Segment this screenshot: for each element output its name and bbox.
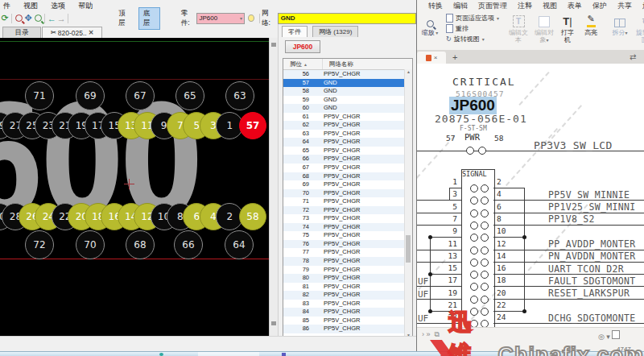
table-row[interactable]: 80PP5V_CHGR (283, 274, 412, 283)
zoom-button[interactable]: 缩放 ▾ (419, 14, 440, 36)
board-canvas[interactable]: 600 716967656329272523211917151311975315… (0, 38, 269, 336)
cell-pin: 80 (283, 274, 314, 283)
list-scrollbar[interactable]: ▲ ▼ (404, 69, 412, 337)
refresh-icon[interactable]: ⟳ (0, 13, 10, 23)
table-row[interactable]: 84PP5V_CHGR (283, 308, 412, 317)
pad-66[interactable]: 66 (174, 230, 203, 259)
part-name-button[interactable]: JP600 (285, 40, 320, 53)
table-row[interactable]: 86PP5V_CHGR (283, 325, 412, 333)
table-row[interactable]: 61PP5V_CHGR (283, 113, 412, 122)
table-row[interactable]: 73PP5V_CHGR (283, 214, 412, 223)
cell-net: PP5V_CHGR (314, 317, 360, 325)
pad-71[interactable]: 71 (25, 81, 54, 110)
pad-63[interactable]: 63 (225, 81, 254, 110)
pdf-tabbar: × + ⇄ (417, 50, 644, 64)
table-row[interactable]: 65PP5V_CHGR (283, 147, 412, 155)
table-row[interactable]: 70PP5V_CHGR (283, 189, 412, 198)
bulb-icon[interactable] (248, 14, 254, 22)
board-vertical-scrollbar[interactable] (269, 38, 278, 336)
table-row[interactable]: 78PP5V_CHGR (283, 257, 412, 266)
tab-board-file[interactable]: ✂ 820-025.. ✕ (42, 27, 102, 38)
sort-asc-icon: ▲ (303, 62, 308, 67)
split-button[interactable]: 拆分▾ (609, 14, 630, 36)
zoom-out-icon[interactable] (14, 13, 23, 23)
pad-72[interactable]: 72 (25, 230, 54, 259)
taskbar-app-icon[interactable] (159, 353, 163, 356)
pad-68[interactable]: 68 (126, 230, 155, 259)
scroll-thumb[interactable] (406, 235, 411, 263)
col-net: 网络名称 (323, 59, 412, 69)
table-row[interactable]: 72PP5V_CHGR (283, 206, 412, 215)
pad-58[interactable]: 58 (239, 203, 266, 230)
tab-nets[interactable]: 网络 (1329) (312, 26, 358, 37)
table-row[interactable]: 81PP5V_CHGR (283, 283, 412, 292)
table-row[interactable]: 79PP5V_CHGR (283, 266, 412, 275)
table-row[interactable]: 71PP5V_CHGR (283, 197, 412, 206)
table-row[interactable]: 69PP5V_CHGR (283, 180, 412, 189)
signal-label: SIGNAL (462, 170, 487, 178)
pad-65[interactable]: 65 (175, 81, 204, 110)
part-combo[interactable]: JP600 ▾ (196, 13, 245, 24)
cell-net: PP5V_CHGR (314, 266, 360, 275)
cell-net: PP5V_CHGR (314, 257, 360, 266)
table-row[interactable]: 67PP5V_CHGR (283, 164, 412, 172)
table-row[interactable]: 57GND (283, 79, 412, 88)
pad-57[interactable]: 57 (239, 112, 266, 139)
pin-number: 7 (441, 214, 457, 223)
fit-screen-icon[interactable]: ✥ (23, 13, 33, 23)
pad-67[interactable]: 67 (126, 81, 155, 110)
edit-object-button[interactable]: 编辑对象▾ (534, 14, 555, 43)
forward-arrow-icon[interactable]: → (56, 13, 66, 23)
close-icon[interactable]: × (434, 54, 438, 61)
pdf-file-icon (426, 55, 431, 61)
table-row[interactable]: 59GND (283, 96, 412, 105)
new-tab-button[interactable]: + (452, 52, 457, 62)
zoom-in-icon[interactable] (33, 13, 43, 23)
fit-options-button[interactable]: 页面适应选项▾ (446, 14, 499, 23)
cell-net: PP5V_CHGR (314, 291, 360, 300)
table-row[interactable]: 62PP5V_CHGR (283, 121, 412, 130)
pad-69[interactable]: 69 (76, 81, 105, 110)
table-row[interactable]: 63PP5V_CHGR (283, 130, 412, 139)
table-row[interactable]: 58GND (283, 87, 412, 96)
table-row[interactable]: 60GND (283, 104, 412, 113)
typewriter-button[interactable]: T| 打字机 (559, 14, 576, 43)
net-list-panel: 零件 网络 (1329) JP600 脚位 ▲ 网络名称 56PP5V_CHGR… (278, 24, 417, 337)
table-row[interactable]: 82PP5V_CHGR (283, 291, 412, 300)
swap-view-icon[interactable]: ⇄ (630, 52, 636, 61)
tab-parts[interactable]: 零件 (282, 26, 308, 37)
pad-64[interactable]: 64 (225, 230, 254, 259)
net-label: PP1V8_S2 (548, 213, 595, 225)
watermark-cn: 迅维网 (448, 307, 493, 356)
close-icon[interactable]: ✕ (89, 29, 94, 36)
tab-directory[interactable]: 目录 (2, 27, 41, 38)
pin-circle (481, 209, 489, 217)
table-row[interactable]: 66PP5V_CHGR (283, 155, 412, 164)
pad-70[interactable]: 70 (76, 230, 105, 259)
rotate-pages-button[interactable]: ↻ 旋转页面▾ (635, 14, 644, 43)
cell-net: PP5V_CHGR (314, 70, 360, 79)
taskbar-app-icon[interactable] (282, 353, 286, 356)
table-row[interactable]: 68PP5V_CHGR (283, 172, 412, 181)
table-row[interactable]: 74PP5V_CHGR (283, 223, 412, 232)
table-row[interactable]: 83PP5V_CHGR (283, 300, 412, 308)
cell-net: PP5V_CHGR (314, 164, 360, 172)
table-row[interactable]: 77PP5V_CHGR (283, 248, 412, 257)
table-row[interactable]: 56PP5V_CHGR (283, 70, 412, 79)
reflow-button[interactable]: 重排 (446, 24, 499, 33)
taskbar-active-app[interactable] (198, 352, 259, 356)
net-input[interactable]: GND (278, 13, 416, 24)
edit-text-icon: T (513, 15, 525, 27)
table-row[interactable]: 85PP5V_CHGR (283, 317, 412, 325)
highlight-button[interactable]: ✎ 高亮 (580, 14, 601, 36)
table-row[interactable]: 64PP5V_CHGR (283, 138, 412, 147)
rotate-view-button[interactable]: ↻ 旋转视图▾ (446, 35, 499, 43)
table-row[interactable]: 75PP5V_CHGR (283, 231, 412, 240)
edit-text-button[interactable]: T 编辑文本 (508, 14, 529, 43)
table-row[interactable]: 76PP5V_CHGR (283, 240, 412, 249)
table-header[interactable]: 脚位 ▲ 网络名称 (283, 59, 412, 70)
scroll-mark (271, 321, 276, 325)
pdf-document-tab[interactable]: × (417, 52, 446, 64)
signal-connector-box (461, 169, 495, 327)
back-arrow-icon[interactable]: ← (47, 13, 56, 23)
